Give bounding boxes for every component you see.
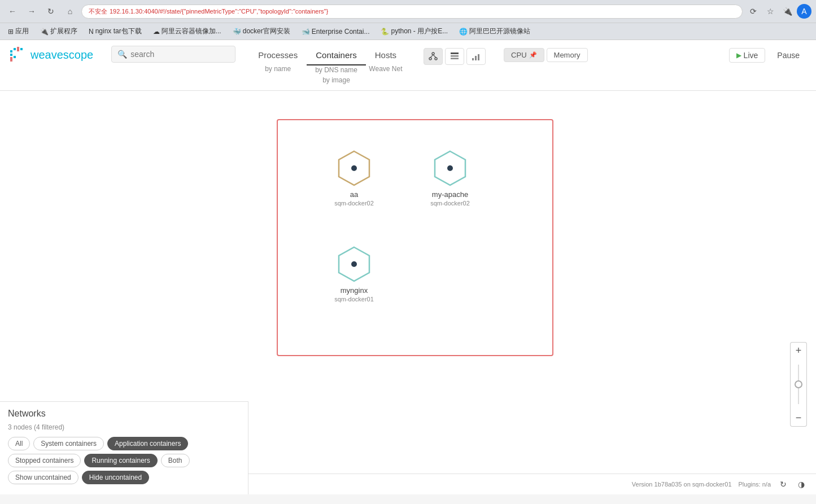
node-my-apache-label: my-apache [432, 190, 468, 199]
back-button[interactable]: ← [5, 3, 20, 19]
bottom-panel: Networks 3 nodes (4 filtered) All System… [0, 401, 248, 494]
svg-rect-6 [10, 57, 12, 62]
topology-icon [428, 51, 438, 62]
filter-row-2: Stopped containers Running containers Bo… [8, 454, 240, 467]
search-input[interactable] [130, 50, 210, 59]
svg-rect-17 [478, 54, 479, 60]
containers-sub-items: by DNS name by image [315, 65, 357, 85]
svg-rect-13 [451, 55, 459, 57]
bookmark-nginx[interactable]: N nginx tar包下载 [85, 25, 145, 37]
svg-rect-3 [20, 48, 23, 50]
nav-group-containers: Containers by DNS name by image [307, 46, 366, 85]
chart-view-button[interactable] [466, 48, 486, 65]
filter-stopped-containers[interactable]: Stopped containers [8, 454, 81, 467]
filter-hide-uncontained[interactable]: Hide uncontained [82, 471, 149, 484]
hex-mynginx-icon [334, 244, 374, 284]
version-text: Version 1b78a035 on sqm-docker01 [632, 481, 732, 488]
svg-rect-0 [10, 50, 12, 52]
nav-processes-by-name[interactable]: by name [265, 64, 291, 73]
node-my-apache[interactable]: my-apache sqm-docker02 [430, 148, 470, 207]
memory-label: Memory [554, 51, 581, 59]
bookmark-python[interactable]: 🐍 python - 用户按E... [377, 25, 451, 37]
forward-button[interactable]: → [24, 3, 40, 19]
refresh-action[interactable]: ↻ [778, 479, 789, 490]
svg-point-9 [435, 58, 437, 60]
reload-button[interactable]: ↻ [43, 3, 59, 19]
search-icon: 🔍 [117, 50, 127, 59]
logo: weavescope [9, 46, 93, 64]
profile-button[interactable]: A [797, 4, 811, 19]
translate-button[interactable]: ⟳ [746, 4, 761, 19]
memory-metric-button[interactable]: Memory [547, 48, 588, 62]
node-mynginx[interactable]: mynginx sqm-docker01 [334, 244, 374, 303]
bookmark-extensions[interactable]: 🔌 扩展程序 [37, 25, 81, 37]
extensions-button[interactable]: 🔌 [780, 4, 795, 19]
nav-group-processes: Processes by name [249, 46, 307, 73]
bookmark-docker[interactable]: 🐳 docker官网安装 [229, 25, 294, 37]
address-text: 192.16.1.30:4040/#!/state/{"pinnedMetric… [110, 8, 328, 15]
bookmark-apps[interactable]: ⊞ 应用 [5, 25, 32, 37]
nodes-subtitle: 3 nodes (4 filtered) [8, 423, 240, 431]
hex-my-apache-icon [430, 148, 470, 188]
zoom-in-button[interactable]: + [790, 342, 807, 359]
filter-running-containers[interactable]: Running containers [84, 454, 157, 467]
nav-hosts[interactable]: Hosts [366, 46, 405, 64]
bookmarks-bar: ⊞ 应用 🔌 扩展程序 N nginx tar包下载 ☁ 阿里云容器镜像加...… [0, 23, 816, 40]
networks-title: Networks [8, 409, 240, 419]
nav-hosts-weave-net[interactable]: Weave Net [369, 64, 402, 73]
svg-rect-5 [14, 56, 16, 58]
browser-toolbar: ← → ↻ ⌂ 不安全 192.16.1.30:4040/#!/state/{"… [0, 0, 816, 23]
bookmark-enterprise[interactable]: 🐋 Enterprise Contai... [298, 27, 373, 37]
filter-row-1: All System containers Application contai… [8, 437, 240, 450]
view-controls [424, 48, 486, 65]
svg-point-7 [432, 52, 434, 55]
filter-all[interactable]: All [8, 437, 30, 450]
nav-processes[interactable]: Processes [249, 46, 307, 64]
container-group: aa sqm-docker02 my-apache sqm-docker02 [277, 119, 553, 356]
theme-action[interactable]: ◑ [796, 479, 807, 490]
live-button[interactable]: ▶ Live [729, 48, 766, 63]
zoom-track [798, 365, 799, 404]
bookmark-alibaba[interactable]: 🌐 阿里巴巴开源镜像站 [456, 25, 534, 37]
nav-containers-by-dns[interactable]: by DNS name [315, 65, 357, 74]
search-box[interactable]: 🔍 [111, 46, 235, 63]
nav-containers-by-image[interactable]: by image [322, 76, 350, 85]
status-bar: Version 1b78a035 on sqm-docker01 Plugins… [248, 474, 816, 494]
zoom-out-button[interactable]: − [790, 410, 807, 427]
chart-icon [471, 51, 481, 62]
metric-controls: CPU 📌 Memory [504, 48, 587, 62]
logo-icon [9, 46, 27, 64]
node-aa-sublabel: sqm-docker02 [334, 200, 374, 207]
bookmark-button[interactable]: ☆ [763, 4, 778, 19]
logo-text: weavescope [30, 49, 93, 62]
play-icon: ▶ [736, 51, 741, 59]
home-button[interactable]: ⌂ [62, 3, 78, 19]
main-area: aa sqm-docker02 my-apache sqm-docker02 [0, 91, 816, 494]
table-icon [450, 51, 460, 62]
nav-group-hosts: Hosts Weave Net [366, 46, 405, 73]
address-bar[interactable]: 不安全 192.16.1.30:4040/#!/state/{"pinnedMe… [81, 5, 743, 19]
cpu-pin-icon: 📌 [529, 51, 537, 59]
svg-point-19 [351, 165, 357, 171]
zoom-handle[interactable] [795, 380, 802, 388]
cpu-label: CPU [511, 51, 526, 59]
pause-button[interactable]: Pause [770, 48, 807, 63]
filter-show-uncontained[interactable]: Show uncontained [8, 471, 78, 484]
filter-both[interactable]: Both [161, 454, 190, 467]
topology-view-button[interactable] [424, 48, 443, 65]
node-aa[interactable]: aa sqm-docker02 [334, 148, 374, 207]
live-label: Live [744, 51, 758, 60]
cpu-metric-button[interactable]: CPU 📌 [504, 48, 544, 62]
filter-system-containers[interactable]: System containers [33, 437, 104, 450]
filter-application-containers[interactable]: Application containers [107, 437, 188, 450]
table-view-button[interactable] [445, 48, 464, 65]
live-controls: ▶ Live Pause [729, 48, 807, 63]
app-header: weavescope 🔍 Processes by name Container… [0, 40, 816, 91]
processes-sub-items: by name [265, 64, 291, 73]
svg-rect-12 [451, 52, 459, 54]
nav-containers[interactable]: Containers [307, 46, 366, 65]
bookmark-aliyun[interactable]: ☁ 阿里云容器镜像加... [150, 25, 225, 37]
svg-point-23 [351, 261, 357, 267]
zoom-slider-track [790, 359, 807, 410]
insecure-label: 不安全 [89, 7, 107, 16]
